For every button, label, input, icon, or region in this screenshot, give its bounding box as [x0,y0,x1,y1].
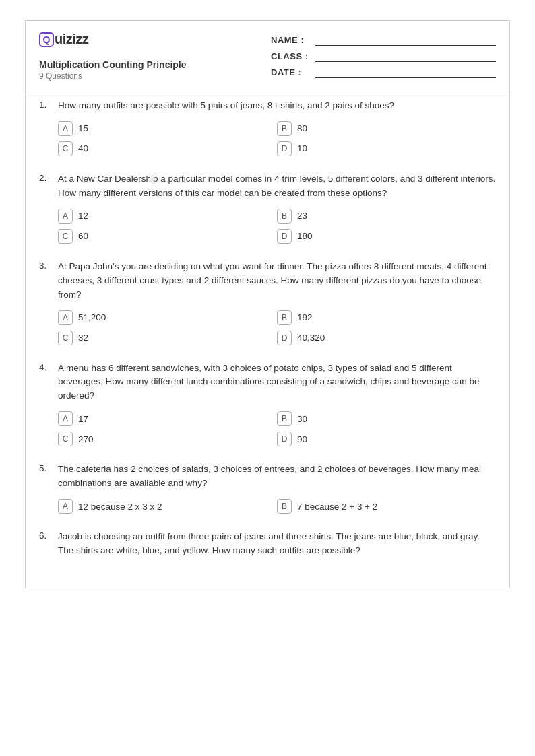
logo: Q uizizz [39,32,264,47]
answer-text-4-C: 270 [78,434,94,444]
question-block-6: 6.Jacob is choosing an outfit from three… [39,530,496,558]
header-left: Q uizizz Multiplication Counting Princip… [39,32,264,81]
answer-item-4-B: B30 [277,411,496,426]
header-right: NAME : CLASS : DATE : [264,32,496,81]
answer-letter-1-A: A [58,121,73,136]
answers-grid-2: A12B23C60D180 [58,209,496,244]
answer-letter-5-B: B [277,499,292,514]
answer-letter-1-B: B [277,121,292,136]
header: Q uizizz Multiplication Counting Princip… [26,21,509,92]
name-line [315,35,496,46]
question-row-1: 1.How many outfits are possible with 5 p… [39,99,496,113]
question-row-4: 4.A menu has 6 different sandwiches, wit… [39,362,496,404]
answer-letter-1-D: D [277,141,292,156]
answers-grid-4: A17B30C270D90 [58,411,496,446]
answers-grid-5: A12 because 2 x 3 x 2B7 because 2 + 3 + … [58,499,496,514]
answer-text-3-C: 32 [78,333,88,343]
question-num-6: 6. [39,530,58,541]
answer-text-4-A: 17 [78,414,88,424]
question-text-4: A menu has 6 different sandwiches, with … [58,362,496,404]
question-text-6: Jacob is choosing an outfit from three p… [58,530,496,558]
answer-item-2-A: A12 [58,209,277,224]
answer-text-4-D: 90 [297,434,307,444]
class-line [315,51,496,62]
question-block-4: 4.A menu has 6 different sandwiches, wit… [39,362,496,447]
answer-letter-4-B: B [277,411,292,426]
answer-text-1-A: 15 [78,123,88,133]
worksheet-container: Q uizizz Multiplication Counting Princip… [25,20,510,588]
question-text-2: At a New Car Dealership a particular mod… [58,172,496,201]
answer-item-3-C: C32 [58,331,277,345]
answer-item-3-B: B192 [277,310,496,325]
answer-letter-2-A: A [58,209,73,224]
answer-letter-4-A: A [58,411,73,426]
question-row-6: 6.Jacob is choosing an outfit from three… [39,530,496,558]
question-block-1: 1.How many outfits are possible with 5 p… [39,99,496,156]
question-num-4: 4. [39,362,58,372]
answer-letter-3-C: C [58,331,73,345]
answer-item-4-D: D90 [277,432,496,446]
question-text-5: The cafeteria has 2 choices of salads, 3… [58,462,496,491]
answer-letter-3-D: D [277,331,292,345]
answer-item-2-B: B23 [277,209,496,224]
answer-text-2-D: 180 [297,231,313,241]
answer-text-3-A: 51,200 [78,312,106,322]
question-text-3: At Papa John's you are deciding on what … [58,260,496,302]
question-row-5: 5.The cafeteria has 2 choices of salads,… [39,462,496,491]
question-block-3: 3.At Papa John's you are deciding on wha… [39,260,496,345]
worksheet-title: Multiplication Counting Principle [39,59,264,70]
answer-text-2-C: 60 [78,231,88,241]
answer-text-2-A: 12 [78,211,88,221]
answer-letter-2-B: B [277,209,292,224]
answers-grid-1: A15B80C40D10 [58,121,496,156]
questions-area: 1.How many outfits are possible with 5 p… [26,92,509,588]
worksheet-subtitle: 9 Questions [39,71,264,81]
answer-letter-1-C: C [58,141,73,156]
question-block-2: 2.At a New Car Dealership a particular m… [39,172,496,244]
class-field-row: CLASS : [271,51,496,62]
answer-letter-5-A: A [58,499,73,514]
logo-text: uizizz [55,32,88,47]
answer-letter-4-C: C [58,432,73,446]
answer-item-5-B: B7 because 2 + 3 + 2 [277,499,496,514]
answer-letter-2-D: D [277,229,292,244]
answer-item-1-D: D10 [277,141,496,156]
answer-item-2-C: C60 [58,229,277,244]
class-label: CLASS : [271,51,311,61]
answer-item-1-B: B80 [277,121,496,136]
answer-item-3-D: D40,320 [277,331,496,345]
answer-text-5-A: 12 because 2 x 3 x 2 [78,502,162,512]
answer-letter-4-D: D [277,432,292,446]
answer-text-1-C: 40 [78,143,88,153]
name-field-row: NAME : [271,35,496,46]
answer-text-1-D: 10 [297,143,307,153]
date-line [315,67,496,78]
question-text-1: How many outfits are possible with 5 pai… [58,99,394,113]
answer-item-2-D: D180 [277,229,496,244]
answer-item-1-A: A15 [58,121,277,136]
answer-text-3-D: 40,320 [297,333,325,343]
answer-text-5-B: 7 because 2 + 3 + 2 [297,502,377,512]
logo-q-letter: Q [43,34,51,45]
answer-letter-2-C: C [58,229,73,244]
answer-letter-3-B: B [277,310,292,325]
question-num-5: 5. [39,462,58,473]
name-label: NAME : [271,35,311,45]
answer-letter-3-A: A [58,310,73,325]
date-label: DATE : [271,67,311,77]
logo-q-box: Q [39,32,54,47]
question-num-3: 3. [39,260,58,271]
answer-item-4-A: A17 [58,411,277,426]
answer-item-3-A: A51,200 [58,310,277,325]
question-row-2: 2.At a New Car Dealership a particular m… [39,172,496,201]
answers-grid-3: A51,200B192C32D40,320 [58,310,496,345]
answer-text-4-B: 30 [297,414,307,424]
question-row-3: 3.At Papa John's you are deciding on wha… [39,260,496,302]
answer-item-4-C: C270 [58,432,277,446]
answer-text-1-B: 80 [297,123,307,133]
question-num-2: 2. [39,172,58,183]
answer-text-2-B: 23 [297,211,307,221]
answer-item-5-A: A12 because 2 x 3 x 2 [58,499,277,514]
answer-text-3-B: 192 [297,312,313,322]
question-num-1: 1. [39,99,58,110]
